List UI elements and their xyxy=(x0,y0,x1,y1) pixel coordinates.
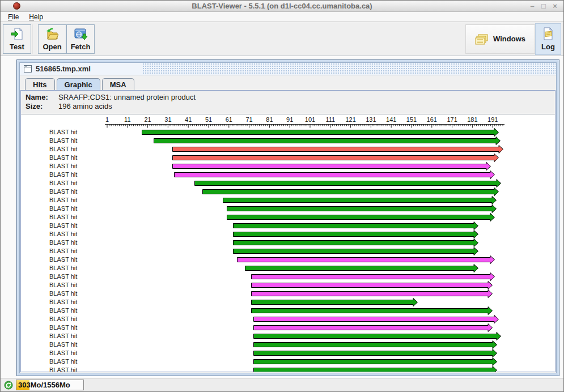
blast-hit-row[interactable]: BLAST hit xyxy=(21,196,555,204)
fetch-icon xyxy=(73,27,88,41)
fetch-button[interactable]: Fetch xyxy=(66,24,95,54)
hit-label: BLAST hit xyxy=(49,146,77,152)
tab-bar: HitsGraphicMSA xyxy=(20,75,556,90)
hit-label: BLAST hit xyxy=(49,248,77,254)
test-button[interactable]: Test xyxy=(3,24,31,54)
blast-hit-row[interactable]: BLAST hit xyxy=(21,188,555,196)
test-icon xyxy=(10,27,24,41)
app-logo-icon xyxy=(13,2,20,10)
blast-hit-row[interactable]: BLAST hit xyxy=(21,255,555,264)
alignment-arrow xyxy=(253,349,498,357)
alignment-arrow xyxy=(223,196,497,204)
size-value: 196 amino acids xyxy=(58,102,112,111)
internal-frame-body: 516865.tmp.xml HitsGraphicMSA Name: SRAA… xyxy=(19,62,557,373)
blast-hit-row[interactable]: BLAST hit xyxy=(21,298,555,306)
alignment-arrow xyxy=(251,306,493,315)
svg-text:161: 161 xyxy=(427,116,437,123)
hit-label: BLAST hit xyxy=(49,367,77,372)
svg-text:31: 31 xyxy=(164,116,171,123)
blast-hit-row[interactable]: BLAST hit xyxy=(21,162,555,171)
close-button[interactable]: × xyxy=(551,1,559,11)
alignment-plot: 1112131415161718191101111121131141151161… xyxy=(21,114,555,372)
svg-text:171: 171 xyxy=(447,116,457,123)
hit-label: BLAST hit xyxy=(49,358,77,365)
minimize-button[interactable]: – xyxy=(528,1,536,11)
alignment-arrow xyxy=(251,281,493,289)
blast-hit-row[interactable]: BLAST hit xyxy=(21,281,555,289)
blast-hit-row[interactable]: BLAST hit xyxy=(21,221,555,230)
blast-hit-row[interactable]: BLAST hit xyxy=(21,137,555,145)
svg-text:61: 61 xyxy=(226,116,232,123)
sequence-info-panel: Name: SRAAFP:CDS1: unnamed protein produ… xyxy=(21,91,555,114)
blast-hit-row[interactable]: BLAST hit xyxy=(21,154,555,162)
svg-text:11: 11 xyxy=(124,116,130,123)
open-icon xyxy=(45,27,60,41)
blast-hit-row[interactable]: BLAST hit xyxy=(21,128,555,137)
hit-label: BLAST hit xyxy=(49,290,77,297)
blast-hit-row[interactable]: BLAST hit xyxy=(21,340,555,349)
svg-text:111: 111 xyxy=(325,116,335,123)
blast-hit-row[interactable]: BLAST hit xyxy=(21,306,555,315)
tab-panel: Name: SRAAFP:CDS1: unnamed protein produ… xyxy=(20,90,555,372)
alignment-arrow xyxy=(233,221,479,230)
blast-hit-row[interactable]: BLAST hit xyxy=(21,315,555,323)
menu-item-file[interactable]: File xyxy=(4,12,23,22)
log-button-label: Log xyxy=(541,42,555,51)
alignment-arrow xyxy=(174,171,495,179)
tab-hits[interactable]: Hits xyxy=(25,78,55,90)
test-button-label: Test xyxy=(10,42,24,51)
blast-hit-row[interactable]: BLAST hit xyxy=(21,366,555,372)
window-controls: – □ × xyxy=(528,1,563,11)
alignment-arrow xyxy=(172,154,499,162)
blast-hit-row[interactable]: BLAST hit xyxy=(21,230,555,238)
blast-hit-row[interactable]: BLAST hit xyxy=(21,238,555,247)
alignment-arrow xyxy=(253,357,498,366)
blast-hit-row[interactable]: BLAST hit xyxy=(21,213,555,221)
hit-label: BLAST hit xyxy=(49,205,77,212)
tab-graphic[interactable]: Graphic xyxy=(57,78,100,90)
hit-label: BLAST hit xyxy=(49,180,77,186)
name-label: Name: xyxy=(26,93,58,102)
window-titlebar[interactable]: BLAST-Viewer - 5.5.1 (on d1l-cc04.cc.uma… xyxy=(1,1,563,12)
alignment-arrow xyxy=(253,340,498,349)
hit-label: BLAST hit xyxy=(49,316,77,322)
alignment-arrow xyxy=(251,289,493,298)
svg-text:71: 71 xyxy=(245,116,252,123)
blast-hit-row[interactable]: BLAST hit xyxy=(21,349,555,357)
alignment-arrow xyxy=(245,264,479,272)
svg-text:131: 131 xyxy=(366,116,376,123)
tab-msa[interactable]: MSA xyxy=(102,78,134,90)
size-label: Size: xyxy=(26,102,58,111)
blast-hit-row[interactable]: BLAST hit xyxy=(21,247,555,255)
blast-hit-row[interactable]: BLAST hit xyxy=(21,145,555,154)
blast-hit-row[interactable]: BLAST hit xyxy=(21,357,555,366)
blast-hit-row[interactable]: BLAST hit xyxy=(21,171,555,179)
hit-label: BLAST hit xyxy=(49,171,77,178)
blast-hit-row[interactable]: BLAST hit xyxy=(21,289,555,298)
memory-gc-icon[interactable] xyxy=(4,381,13,390)
open-button[interactable]: Open xyxy=(38,24,66,54)
blast-hit-row[interactable]: BLAST hit xyxy=(21,332,555,340)
svg-text:21: 21 xyxy=(144,116,151,123)
hit-label: BLAST hit xyxy=(49,256,77,263)
windows-button[interactable]: Windows xyxy=(465,24,535,54)
desktop-pane: 516865.tmp.xml HitsGraphicMSA Name: SRAA… xyxy=(1,56,563,378)
svg-text:101: 101 xyxy=(305,116,315,123)
blast-hit-row[interactable]: BLAST hit xyxy=(21,179,555,188)
alignment-arrow xyxy=(251,272,495,281)
memory-gauge[interactable]: 303Mo/1556Mo xyxy=(16,380,84,390)
menu-item-help[interactable]: Help xyxy=(25,12,47,22)
status-bar: 303Mo/1556Mo xyxy=(1,378,563,391)
maximize-button[interactable]: □ xyxy=(540,1,548,11)
blast-hit-row[interactable]: BLAST hit xyxy=(21,323,555,332)
blast-hit-row[interactable]: BLAST hit xyxy=(21,204,555,213)
frame-window-icon xyxy=(24,65,32,73)
log-button[interactable]: Log xyxy=(535,23,561,55)
alignment-arrow xyxy=(172,162,491,171)
internal-frame-titlebar[interactable]: 516865.tmp.xml xyxy=(20,63,556,75)
alignment-arrow xyxy=(253,332,502,340)
blast-hit-row[interactable]: BLAST hit xyxy=(21,272,555,281)
blast-hit-row[interactable]: BLAST hit xyxy=(21,264,555,272)
hit-label: BLAST hit xyxy=(49,239,77,246)
alignment-arrow xyxy=(172,145,504,154)
